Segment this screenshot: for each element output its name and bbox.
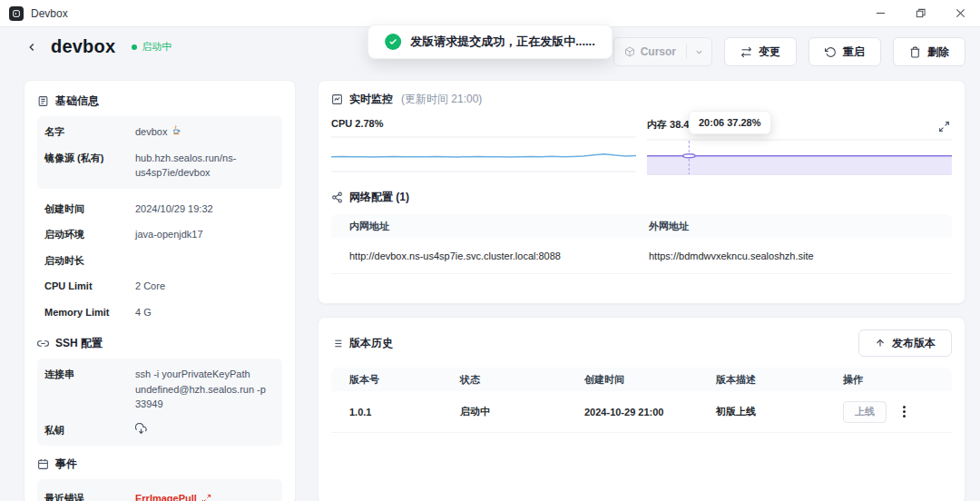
version-desc-header: 版本描述	[716, 373, 843, 387]
version-table-row: 1.0.1 启动中 2024-10-29 21:00 初版上线 上线	[331, 391, 952, 433]
cursor-button-label: Cursor	[641, 45, 676, 58]
open-in-cursor-button[interactable]: Cursor	[614, 45, 686, 58]
ssh-connection-value: ssh -i yourPrivateKeyPath undefined@hzh.…	[135, 367, 275, 412]
name-label: 名字	[44, 124, 135, 140]
cpu-usage-label: CPU 2.78%	[331, 118, 636, 129]
cpu-usage-chart[interactable]	[331, 136, 636, 172]
java-icon	[172, 124, 181, 135]
go-online-button[interactable]: 上线	[843, 401, 887, 423]
version-table-header: 版本号 状态 创建时间 版本描述 操作	[331, 368, 952, 391]
download-cloud-icon[interactable]	[135, 423, 147, 435]
expand-error-icon[interactable]	[201, 494, 211, 501]
runtime-env-label: 启动环境	[44, 227, 135, 242]
window-title: Devbox	[31, 7, 68, 20]
page-title: devbox	[51, 36, 115, 57]
version-number-header: 版本号	[349, 373, 460, 387]
header-actions: Cursor 变更 重启 删除	[613, 37, 965, 66]
more-actions-icon[interactable]	[899, 402, 909, 421]
recent-error-label: 最近错误	[44, 491, 135, 501]
version-history-header: 版本历史 发布版本	[331, 329, 952, 357]
created-time-label: 创建时间	[44, 201, 135, 217]
basic-info-primary-rows: 名字 devbox 镜像源 (私有) hub.hzh.sealos.run/ns…	[37, 116, 282, 189]
internal-address-header: 内网地址	[349, 220, 649, 233]
events-rows: 最近错误 ErrImagePull	[37, 479, 282, 501]
page-header: devbox 启动中	[22, 36, 172, 57]
uptime-label: 启动时长	[44, 253, 135, 269]
close-icon[interactable]	[940, 0, 980, 26]
uptime-row: 启动时长	[37, 248, 282, 274]
delete-button[interactable]: 删除	[893, 37, 965, 66]
image-source-value: hub.hzh.sealos.run/ns-us4sp7ie/devbox	[135, 151, 275, 181]
devbox-app-icon	[9, 6, 24, 21]
cursor-button-group: Cursor	[613, 37, 712, 66]
network-icon	[331, 192, 343, 203]
created-time-value: 2024/10/29 19:32	[135, 201, 213, 217]
list-icon	[331, 338, 343, 349]
minimize-icon[interactable]	[860, 0, 900, 26]
publish-version-button[interactable]: 发布版本	[858, 329, 952, 357]
ssh-connection-row: 连接串 ssh -i yourPrivateKeyPath undefined@…	[37, 361, 282, 418]
internal-address-value[interactable]: http://devbox.ns-us4sp7ie.svc.cluster.lo…	[349, 250, 649, 261]
external-address-value[interactable]: https://bdmdwvxekncu.sealoshzh.site	[649, 250, 934, 261]
version-action-header: 操作	[843, 373, 934, 387]
ssh-section-header: SSH 配置	[37, 336, 282, 351]
swap-arrows-icon	[740, 46, 752, 58]
calendar-icon	[37, 458, 49, 470]
basic-info-secondary-rows: 创建时间 2024/10/29 19:32 启动环境 java-openjdk1…	[37, 194, 282, 326]
ssh-title: SSH 配置	[55, 336, 103, 351]
memory-limit-value: 4 G	[135, 305, 152, 320]
version-history-title: 版本历史	[349, 336, 393, 351]
cpu-limit-label: CPU Limit	[44, 279, 135, 294]
memory-limit-row: Memory Limit 4 G	[37, 300, 282, 326]
restore-icon[interactable]	[900, 0, 940, 26]
version-desc-value: 初版上线	[716, 405, 843, 418]
memory-chart-panel: 内存 38.4 20:06 37.28%	[647, 118, 952, 175]
publish-version-label: 发布版本	[892, 336, 936, 351]
toast-message: 发版请求提交成功，正在发版中......	[410, 34, 595, 50]
restart-button[interactable]: 重启	[808, 37, 881, 66]
chart-tooltip: 20:06 37.28%	[689, 111, 771, 134]
network-section-header: 网络配置 (1)	[331, 190, 952, 205]
change-button[interactable]: 变更	[724, 37, 797, 66]
external-address-header: 外网地址	[649, 220, 934, 233]
back-button[interactable]	[22, 37, 42, 57]
chevron-down-icon[interactable]	[687, 47, 711, 57]
version-created-value: 2024-10-29 21:00	[584, 407, 716, 418]
private-key-label: 私钥	[44, 423, 135, 438]
monitor-section-header: 实时监控 (更新时间 21:00)	[331, 92, 952, 107]
version-created-header: 创建时间	[584, 373, 716, 387]
network-title: 网络配置 (1)	[349, 190, 409, 205]
basic-info-section-header: 基础信息	[37, 93, 282, 109]
recent-error-value: ErrImagePull	[135, 491, 197, 501]
created-time-row: 创建时间 2024/10/29 19:32	[37, 196, 282, 222]
cpu-chart-panel: CPU 2.78%	[331, 118, 636, 175]
delete-button-label: 删除	[927, 44, 949, 60]
status-badge: 启动中	[132, 40, 172, 54]
status-text: 启动中	[142, 40, 172, 54]
version-number-value: 1.0.1	[349, 407, 460, 418]
runtime-env-value: java-openjdk17	[135, 227, 203, 242]
arrow-up-icon	[875, 338, 886, 349]
restart-icon	[825, 46, 837, 58]
events-title: 事件	[55, 457, 77, 472]
basic-info-card: 基础信息 名字 devbox 镜像源 (私有) hub.hzh.sealos.r…	[24, 80, 296, 501]
runtime-env-row: 启动环境 java-openjdk17	[37, 221, 282, 248]
ssh-connection-label: 连接串	[44, 367, 135, 382]
window-titlebar: Devbox	[0, 0, 980, 27]
monitor-chart-icon	[331, 93, 343, 105]
image-source-row: 镜像源 (私有) hub.hzh.sealos.run/ns-us4sp7ie/…	[37, 145, 282, 186]
image-source-label: 镜像源 (私有)	[44, 151, 135, 166]
cursor-logo-icon	[624, 46, 635, 57]
events-section-header: 事件	[37, 457, 282, 472]
version-table: 版本号 状态 创建时间 版本描述 操作 1.0.1 启动中 2024-10-29…	[331, 368, 952, 433]
status-dot-icon	[132, 44, 137, 50]
cpu-limit-row: CPU Limit 2 Core	[37, 273, 282, 300]
monitor-update-time: (更新时间 21:00)	[401, 92, 482, 107]
monitor-card: 实时监控 (更新时间 21:00) CPU 2.78% 内存 38.4 20:0…	[318, 80, 965, 304]
window-controls	[860, 0, 980, 26]
network-table: 内网地址 外网地址 http://devbox.ns-us4sp7ie.svc.…	[331, 214, 952, 274]
network-table-row: http://devbox.ns-us4sp7ie.svc.cluster.lo…	[331, 238, 952, 274]
name-row: 名字 devbox	[37, 119, 282, 145]
charts-row: CPU 2.78% 内存 38.4 20:06 37.28%	[331, 118, 952, 175]
memory-usage-chart[interactable]	[647, 139, 952, 175]
